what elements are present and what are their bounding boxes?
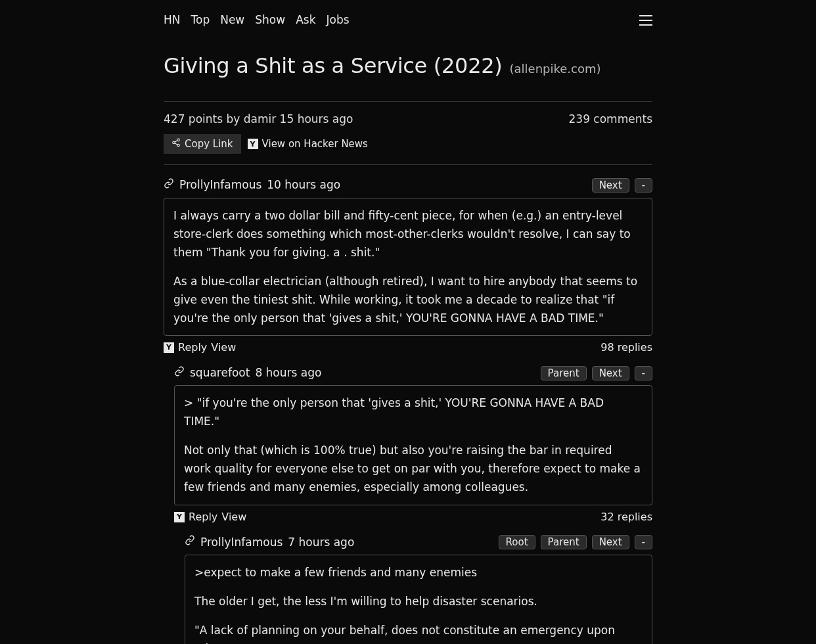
nav-links: HNTopNewShowAskJobs [164,12,639,29]
svg-point-1 [173,141,175,144]
post-actions: Copy Link Y View on Hacker News [164,134,652,164]
reply-count[interactable]: 98 replies [601,340,652,356]
yc-icon: Y [174,512,185,522]
nav-link-show[interactable]: Show [255,12,285,29]
parent-button[interactable]: Parent [541,366,587,380]
copy-link-button[interactable]: Copy Link [164,134,241,154]
comment-text: The older I get, the less I'm willing to… [194,592,643,610]
collapse-button[interactable]: - [635,535,652,549]
comment-age: 7 hours ago [288,534,354,551]
next-button[interactable]: Next [592,535,629,549]
comment-header: ProllyInfamous10 hours agoNext- [164,177,652,194]
post-meta: 427 points by damir 15 hours ago [164,111,353,128]
comment-text: "A lack of planning on your behalf, does… [194,621,643,644]
reply-link[interactable]: Reply [189,509,217,525]
comment-text: I always carry a two dollar bill and fif… [173,206,643,262]
share-icon [171,138,181,150]
root-button[interactable]: Root [499,535,535,549]
nav-link-jobs[interactable]: Jobs [327,12,350,29]
svg-point-2 [177,144,180,147]
next-button[interactable]: Next [592,366,629,380]
comment-header: ProllyInfamous7 hours agoRootParentNext- [185,534,652,551]
copy-link-label: Copy Link [185,138,233,150]
top-nav: HNTopNewShowAskJobs [164,0,652,38]
comment: squarefoot8 hours agoParentNext-> "if yo… [174,365,652,525]
comment-count[interactable]: 239 comments [569,111,652,128]
comment-body: I always carry a two dollar bill and fif… [164,198,652,336]
view-on-hn-label: View on Hacker News [262,138,368,150]
yc-icon: Y [248,139,258,149]
reply-count[interactable]: 32 replies [601,509,652,525]
post-meta-bar: 427 points by damir 15 hours ago 239 com… [164,102,652,135]
comment-author[interactable]: ProllyInfamous [200,534,283,551]
comments-section: ProllyInfamous10 hours agoNext-I always … [164,165,652,644]
comment-text: As a blue-collar electrician (although r… [173,272,643,327]
svg-point-0 [177,139,180,141]
permalink-icon[interactable] [185,534,195,550]
post-header: Giving a Shit as a Service (2022) (allen… [164,38,652,101]
comment-author[interactable]: ProllyInfamous [179,177,261,194]
permalink-icon[interactable] [174,365,185,381]
view-on-hn-button[interactable]: Y View on Hacker News [248,134,376,154]
comment-footer: YReplyView98 replies [164,336,652,356]
nav-link-hn[interactable]: HN [164,12,181,29]
nav-link-new[interactable]: New [220,12,244,29]
nav-link-top[interactable]: Top [191,12,210,29]
nav-link-ask[interactable]: Ask [296,12,315,29]
comment-author[interactable]: squarefoot [190,365,250,382]
comment-age: 8 hours ago [255,365,321,382]
yc-icon: Y [164,342,174,353]
comment: ProllyInfamous10 hours agoNext-I always … [164,177,652,356]
comment-body: >expect to make a few friends and many e… [185,555,652,644]
menu-icon[interactable] [639,15,652,26]
parent-button[interactable]: Parent [541,535,587,549]
post-domain[interactable]: (allenpike.com) [510,62,601,76]
next-button[interactable]: Next [592,178,629,193]
post-title[interactable]: Giving a Shit as a Service (2022) [164,53,502,78]
comment-text: >expect to make a few friends and many e… [194,563,643,582]
reply-link[interactable]: Reply [178,340,207,356]
permalink-icon[interactable] [164,177,174,193]
view-link[interactable]: View [211,340,236,356]
comment: ProllyInfamous7 hours agoRootParentNext-… [185,534,652,644]
comment-header: squarefoot8 hours agoParentNext- [174,365,652,382]
svg-line-3 [175,141,177,142]
view-link[interactable]: View [221,509,246,525]
collapse-button[interactable]: - [635,366,652,380]
svg-line-4 [175,143,177,145]
collapse-button[interactable]: - [635,178,652,193]
comment-footer: YReplyView32 replies [174,505,652,525]
comment-body: > "if you're the only person that 'gives… [174,385,652,505]
comment-text: Not only that (which is 100% true) but a… [184,441,643,496]
comment-text: > "if you're the only person that 'gives… [184,394,643,430]
comment-age: 10 hours ago [267,177,340,194]
